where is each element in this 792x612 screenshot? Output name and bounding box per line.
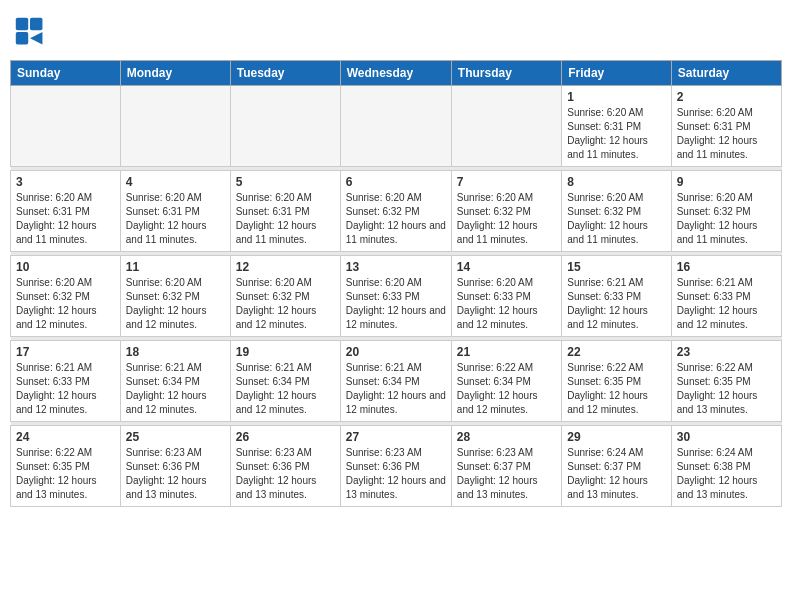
day-info: Sunrise: 6:22 AM Sunset: 6:35 PM Dayligh… <box>16 446 115 502</box>
calendar-cell: 28Sunrise: 6:23 AM Sunset: 6:37 PM Dayli… <box>451 426 561 507</box>
day-number: 28 <box>457 430 556 444</box>
day-number: 27 <box>346 430 446 444</box>
calendar-cell: 23Sunrise: 6:22 AM Sunset: 6:35 PM Dayli… <box>671 341 781 422</box>
page-header <box>10 10 782 54</box>
week-row-3: 10Sunrise: 6:20 AM Sunset: 6:32 PM Dayli… <box>11 256 782 337</box>
day-info: Sunrise: 6:23 AM Sunset: 6:37 PM Dayligh… <box>457 446 556 502</box>
weekday-header-friday: Friday <box>562 61 671 86</box>
svg-rect-2 <box>16 32 28 44</box>
day-number: 25 <box>126 430 225 444</box>
day-info: Sunrise: 6:20 AM Sunset: 6:32 PM Dayligh… <box>567 191 665 247</box>
day-info: Sunrise: 6:22 AM Sunset: 6:34 PM Dayligh… <box>457 361 556 417</box>
day-number: 16 <box>677 260 776 274</box>
calendar-cell: 11Sunrise: 6:20 AM Sunset: 6:32 PM Dayli… <box>120 256 230 337</box>
calendar-cell: 21Sunrise: 6:22 AM Sunset: 6:34 PM Dayli… <box>451 341 561 422</box>
day-info: Sunrise: 6:20 AM Sunset: 6:32 PM Dayligh… <box>677 191 776 247</box>
day-number: 21 <box>457 345 556 359</box>
calendar-cell: 25Sunrise: 6:23 AM Sunset: 6:36 PM Dayli… <box>120 426 230 507</box>
day-number: 3 <box>16 175 115 189</box>
day-info: Sunrise: 6:20 AM Sunset: 6:31 PM Dayligh… <box>677 106 776 162</box>
calendar: SundayMondayTuesdayWednesdayThursdayFrid… <box>10 60 782 507</box>
day-info: Sunrise: 6:21 AM Sunset: 6:33 PM Dayligh… <box>16 361 115 417</box>
day-number: 4 <box>126 175 225 189</box>
calendar-cell: 14Sunrise: 6:20 AM Sunset: 6:33 PM Dayli… <box>451 256 561 337</box>
calendar-cell: 10Sunrise: 6:20 AM Sunset: 6:32 PM Dayli… <box>11 256 121 337</box>
week-row-4: 17Sunrise: 6:21 AM Sunset: 6:33 PM Dayli… <box>11 341 782 422</box>
calendar-cell: 26Sunrise: 6:23 AM Sunset: 6:36 PM Dayli… <box>230 426 340 507</box>
week-row-2: 3Sunrise: 6:20 AM Sunset: 6:31 PM Daylig… <box>11 171 782 252</box>
day-number: 2 <box>677 90 776 104</box>
day-info: Sunrise: 6:24 AM Sunset: 6:37 PM Dayligh… <box>567 446 665 502</box>
weekday-header-thursday: Thursday <box>451 61 561 86</box>
day-info: Sunrise: 6:23 AM Sunset: 6:36 PM Dayligh… <box>236 446 335 502</box>
day-number: 9 <box>677 175 776 189</box>
calendar-cell <box>11 86 121 167</box>
calendar-cell: 17Sunrise: 6:21 AM Sunset: 6:33 PM Dayli… <box>11 341 121 422</box>
day-number: 17 <box>16 345 115 359</box>
day-number: 18 <box>126 345 225 359</box>
day-number: 5 <box>236 175 335 189</box>
svg-rect-1 <box>30 18 42 30</box>
calendar-cell: 2Sunrise: 6:20 AM Sunset: 6:31 PM Daylig… <box>671 86 781 167</box>
logo-icon <box>14 16 46 48</box>
calendar-cell: 22Sunrise: 6:22 AM Sunset: 6:35 PM Dayli… <box>562 341 671 422</box>
calendar-cell: 13Sunrise: 6:20 AM Sunset: 6:33 PM Dayli… <box>340 256 451 337</box>
day-info: Sunrise: 6:21 AM Sunset: 6:34 PM Dayligh… <box>236 361 335 417</box>
weekday-header-saturday: Saturday <box>671 61 781 86</box>
day-info: Sunrise: 6:20 AM Sunset: 6:31 PM Dayligh… <box>16 191 115 247</box>
calendar-cell: 12Sunrise: 6:20 AM Sunset: 6:32 PM Dayli… <box>230 256 340 337</box>
day-number: 11 <box>126 260 225 274</box>
logo <box>14 16 50 48</box>
day-info: Sunrise: 6:20 AM Sunset: 6:32 PM Dayligh… <box>126 276 225 332</box>
day-info: Sunrise: 6:20 AM Sunset: 6:32 PM Dayligh… <box>457 191 556 247</box>
day-info: Sunrise: 6:22 AM Sunset: 6:35 PM Dayligh… <box>677 361 776 417</box>
day-info: Sunrise: 6:21 AM Sunset: 6:33 PM Dayligh… <box>677 276 776 332</box>
calendar-cell: 18Sunrise: 6:21 AM Sunset: 6:34 PM Dayli… <box>120 341 230 422</box>
day-number: 15 <box>567 260 665 274</box>
day-number: 30 <box>677 430 776 444</box>
calendar-cell: 1Sunrise: 6:20 AM Sunset: 6:31 PM Daylig… <box>562 86 671 167</box>
calendar-cell <box>451 86 561 167</box>
day-number: 8 <box>567 175 665 189</box>
day-info: Sunrise: 6:23 AM Sunset: 6:36 PM Dayligh… <box>346 446 446 502</box>
svg-rect-0 <box>16 18 28 30</box>
day-info: Sunrise: 6:20 AM Sunset: 6:32 PM Dayligh… <box>16 276 115 332</box>
calendar-cell <box>230 86 340 167</box>
weekday-header-tuesday: Tuesday <box>230 61 340 86</box>
day-info: Sunrise: 6:23 AM Sunset: 6:36 PM Dayligh… <box>126 446 225 502</box>
day-info: Sunrise: 6:20 AM Sunset: 6:32 PM Dayligh… <box>346 191 446 247</box>
weekday-header-sunday: Sunday <box>11 61 121 86</box>
calendar-cell: 9Sunrise: 6:20 AM Sunset: 6:32 PM Daylig… <box>671 171 781 252</box>
day-info: Sunrise: 6:21 AM Sunset: 6:33 PM Dayligh… <box>567 276 665 332</box>
day-number: 22 <box>567 345 665 359</box>
day-info: Sunrise: 6:20 AM Sunset: 6:31 PM Dayligh… <box>126 191 225 247</box>
day-number: 7 <box>457 175 556 189</box>
day-number: 6 <box>346 175 446 189</box>
calendar-cell: 24Sunrise: 6:22 AM Sunset: 6:35 PM Dayli… <box>11 426 121 507</box>
calendar-cell: 8Sunrise: 6:20 AM Sunset: 6:32 PM Daylig… <box>562 171 671 252</box>
calendar-cell: 6Sunrise: 6:20 AM Sunset: 6:32 PM Daylig… <box>340 171 451 252</box>
weekday-header-wednesday: Wednesday <box>340 61 451 86</box>
day-number: 19 <box>236 345 335 359</box>
day-number: 1 <box>567 90 665 104</box>
calendar-cell: 27Sunrise: 6:23 AM Sunset: 6:36 PM Dayli… <box>340 426 451 507</box>
weekday-header-row: SundayMondayTuesdayWednesdayThursdayFrid… <box>11 61 782 86</box>
day-info: Sunrise: 6:22 AM Sunset: 6:35 PM Dayligh… <box>567 361 665 417</box>
calendar-cell: 20Sunrise: 6:21 AM Sunset: 6:34 PM Dayli… <box>340 341 451 422</box>
calendar-cell: 4Sunrise: 6:20 AM Sunset: 6:31 PM Daylig… <box>120 171 230 252</box>
day-number: 13 <box>346 260 446 274</box>
day-number: 10 <box>16 260 115 274</box>
day-info: Sunrise: 6:20 AM Sunset: 6:32 PM Dayligh… <box>236 276 335 332</box>
calendar-cell: 29Sunrise: 6:24 AM Sunset: 6:37 PM Dayli… <box>562 426 671 507</box>
day-number: 24 <box>16 430 115 444</box>
calendar-cell: 5Sunrise: 6:20 AM Sunset: 6:31 PM Daylig… <box>230 171 340 252</box>
day-info: Sunrise: 6:20 AM Sunset: 6:33 PM Dayligh… <box>346 276 446 332</box>
calendar-cell <box>120 86 230 167</box>
calendar-cell: 30Sunrise: 6:24 AM Sunset: 6:38 PM Dayli… <box>671 426 781 507</box>
day-info: Sunrise: 6:21 AM Sunset: 6:34 PM Dayligh… <box>346 361 446 417</box>
day-info: Sunrise: 6:20 AM Sunset: 6:33 PM Dayligh… <box>457 276 556 332</box>
week-row-5: 24Sunrise: 6:22 AM Sunset: 6:35 PM Dayli… <box>11 426 782 507</box>
calendar-cell: 19Sunrise: 6:21 AM Sunset: 6:34 PM Dayli… <box>230 341 340 422</box>
day-info: Sunrise: 6:20 AM Sunset: 6:31 PM Dayligh… <box>236 191 335 247</box>
day-number: 12 <box>236 260 335 274</box>
